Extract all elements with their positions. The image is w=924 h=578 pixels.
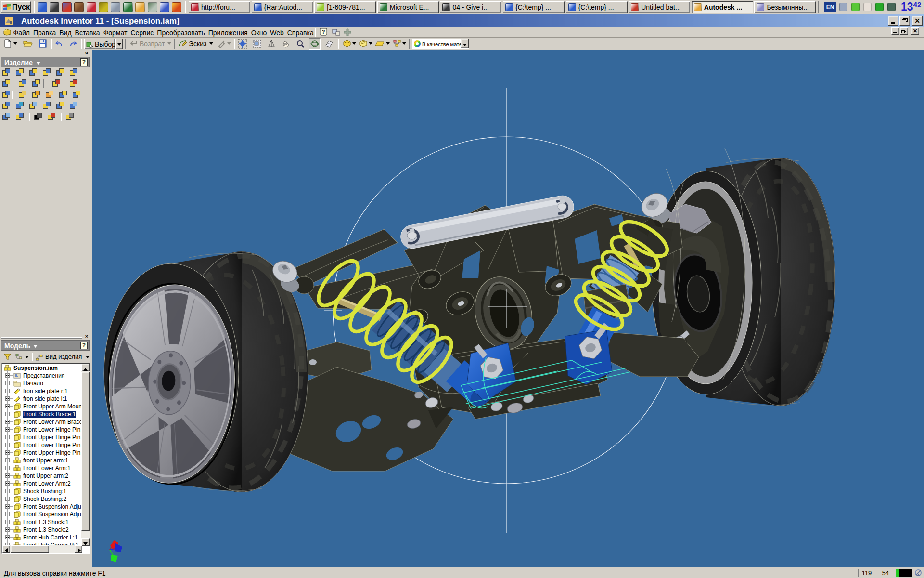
svg-text:?: ? bbox=[322, 29, 325, 35]
